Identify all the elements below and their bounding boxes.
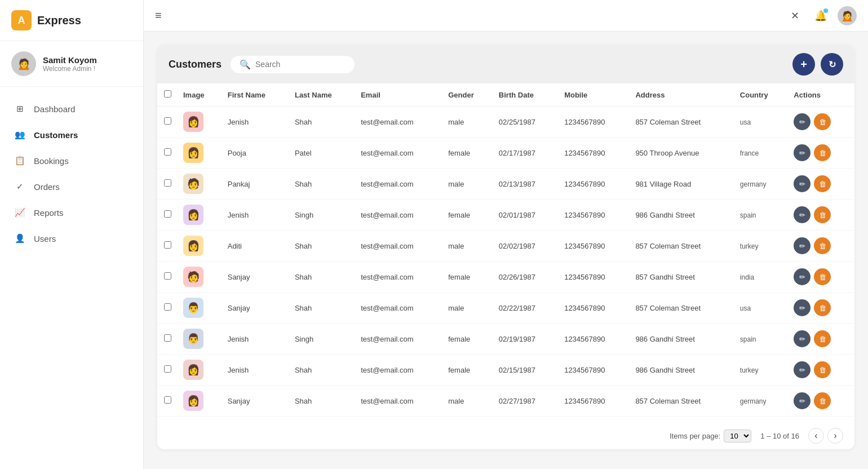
row-checkbox[interactable] <box>164 272 171 280</box>
close-icon[interactable]: ✕ <box>786 7 804 25</box>
hamburger-icon[interactable]: ≡ <box>155 9 162 22</box>
sidebar-item-dashboard[interactable]: ⊞ Dashboard <box>0 96 143 122</box>
sidebar-item-label: Customers <box>34 130 78 140</box>
cell-address: 986 Gandhi Street <box>630 324 734 355</box>
delete-button[interactable]: 🗑 <box>814 268 831 285</box>
customer-avatar: 👨 <box>183 298 203 318</box>
cell-dob: 02/02/1987 <box>493 231 559 262</box>
col-image: Image <box>178 83 222 107</box>
row-checkbox[interactable] <box>164 365 171 373</box>
delete-button[interactable]: 🗑 <box>814 175 831 192</box>
cell-firstname: Sanjay <box>222 262 289 293</box>
notification-icon[interactable]: 🔔 <box>812 7 830 25</box>
edit-button[interactable]: ✏ <box>794 299 811 316</box>
customer-avatar: 🧑 <box>183 267 203 287</box>
sidebar: A Express 🙍 Samit Koyom Welcome Admin ! … <box>0 0 144 469</box>
delete-button[interactable]: 🗑 <box>814 392 831 409</box>
edit-button[interactable]: ✏ <box>794 175 811 192</box>
pagination: Items per page: 10 25 50 1 – 10 of 16 ‹ … <box>157 422 854 449</box>
sidebar-item-users[interactable]: 👤 Users <box>0 225 143 251</box>
cell-dob: 02/26/1987 <box>493 262 559 293</box>
edit-button[interactable]: ✏ <box>794 144 811 161</box>
cell-firstname: Jenish <box>222 107 289 138</box>
cell-email: test@email.com <box>355 324 442 355</box>
sidebar-item-label: Reports <box>34 208 64 218</box>
sidebar-item-orders[interactable]: ✓ Orders <box>0 174 143 200</box>
cell-dob: 02/01/1987 <box>493 200 559 231</box>
refresh-button[interactable]: ↻ <box>821 53 843 76</box>
row-checkbox[interactable] <box>164 334 171 342</box>
customers-table-container: Image First Name Last Name Email Gender … <box>157 83 854 422</box>
notification-dot <box>823 8 828 13</box>
edit-button[interactable]: ✏ <box>794 361 811 378</box>
edit-button[interactable]: ✏ <box>794 330 811 347</box>
action-buttons: ✏ 🗑 <box>794 299 849 316</box>
table-row: 👩 Pooja Patel test@email.com female 02/1… <box>157 138 854 169</box>
cell-country: spain <box>734 200 789 231</box>
cell-firstname: Jenish <box>222 324 289 355</box>
user-profile: 🙍 Samit Koyom Welcome Admin ! <box>0 41 143 87</box>
user-name: Samit Koyom <box>43 55 97 65</box>
cell-mobile: 1234567890 <box>559 293 630 324</box>
card-title: Customers <box>169 59 222 70</box>
cell-lastname: Patel <box>289 138 355 169</box>
edit-button[interactable]: ✏ <box>794 268 811 285</box>
cell-address: 857 Coleman Street <box>630 107 734 138</box>
sidebar-item-reports[interactable]: 📈 Reports <box>0 200 143 225</box>
cell-dob: 02/13/1987 <box>493 169 559 200</box>
cell-country: usa <box>734 107 789 138</box>
cell-address: 857 Coleman Street <box>630 231 734 262</box>
select-all-checkbox[interactable] <box>164 90 171 98</box>
cell-country: france <box>734 138 789 169</box>
cell-country: spain <box>734 324 789 355</box>
card-actions: + ↻ <box>792 53 843 76</box>
customer-avatar: 🧑 <box>183 174 203 194</box>
users-icon: 👤 <box>14 232 26 245</box>
edit-button[interactable]: ✏ <box>794 113 811 130</box>
row-checkbox[interactable] <box>164 396 171 404</box>
cell-gender: female <box>442 138 493 169</box>
delete-button[interactable]: 🗑 <box>814 299 831 316</box>
table-row: 🧑 Pankaj Shah test@email.com male 02/13/… <box>157 169 854 200</box>
row-checkbox[interactable] <box>164 117 171 125</box>
table-row: 👩 Sanjay Shah test@email.com male 02/27/… <box>157 386 854 417</box>
row-checkbox[interactable] <box>164 241 171 249</box>
row-checkbox[interactable] <box>164 210 171 218</box>
delete-button[interactable]: 🗑 <box>814 206 831 223</box>
delete-button[interactable]: 🗑 <box>814 144 831 161</box>
cell-address: 950 Throop Avenue <box>630 138 734 169</box>
row-checkbox[interactable] <box>164 148 171 156</box>
delete-button[interactable]: 🗑 <box>814 361 831 378</box>
cell-dob: 02/19/1987 <box>493 324 559 355</box>
cell-gender: female <box>442 200 493 231</box>
prev-page-button[interactable]: ‹ <box>808 428 824 444</box>
cell-email: test@email.com <box>355 355 442 386</box>
row-checkbox[interactable] <box>164 303 171 311</box>
row-checkbox[interactable] <box>164 179 171 187</box>
sidebar-item-customers[interactable]: 👥 Customers <box>0 122 143 148</box>
cell-dob: 02/27/1987 <box>493 386 559 417</box>
delete-button[interactable]: 🗑 <box>814 330 831 347</box>
per-page-select[interactable]: 10 25 50 <box>724 430 751 443</box>
cell-mobile: 1234567890 <box>559 231 630 262</box>
topbar-right: ✕ 🔔 🙍 <box>786 6 857 25</box>
delete-button[interactable]: 🗑 <box>814 113 831 130</box>
edit-button[interactable]: ✏ <box>794 392 811 409</box>
delete-button[interactable]: 🗑 <box>814 237 831 254</box>
customer-avatar: 👩 <box>183 112 203 132</box>
cell-mobile: 1234567890 <box>559 324 630 355</box>
next-page-button[interactable]: › <box>827 428 843 444</box>
cell-email: test@email.com <box>355 200 442 231</box>
sidebar-item-bookings[interactable]: 📋 Bookings <box>0 148 143 174</box>
add-customer-button[interactable]: + <box>792 53 815 76</box>
table-row: 👨 Jenish Singh test@email.com female 02/… <box>157 324 854 355</box>
edit-button[interactable]: ✏ <box>794 206 811 223</box>
cell-gender: female <box>442 324 493 355</box>
cell-email: test@email.com <box>355 262 442 293</box>
cell-address: 857 Coleman Street <box>630 386 734 417</box>
edit-button[interactable]: ✏ <box>794 237 811 254</box>
cell-mobile: 1234567890 <box>559 138 630 169</box>
search-input[interactable] <box>255 60 346 69</box>
logo-text: Express <box>37 14 81 27</box>
topbar-avatar[interactable]: 🙍 <box>838 6 857 25</box>
